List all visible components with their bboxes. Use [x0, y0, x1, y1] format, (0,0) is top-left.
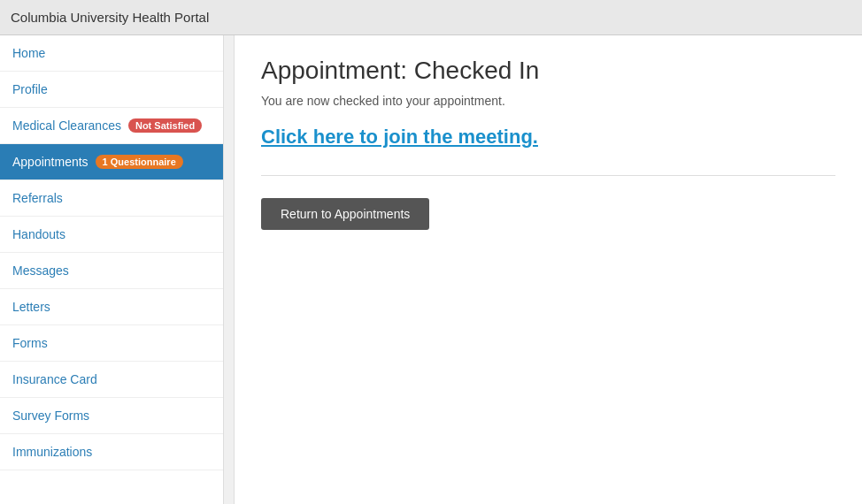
- sidebar-item-appointments[interactable]: Appointments1 Questionnaire: [0, 144, 234, 180]
- sidebar-badge-medical-clearances: Not Satisfied: [128, 118, 202, 133]
- sidebar-item-label: Letters: [12, 300, 50, 314]
- sidebar-item-profile[interactable]: Profile: [0, 72, 234, 108]
- sidebar-item-label: Forms: [12, 336, 48, 350]
- sidebar-item-insurance-card[interactable]: Insurance Card: [0, 362, 234, 398]
- sidebar-item-label: Immunizations: [12, 445, 92, 459]
- main-layout: HomeProfileMedical ClearancesNot Satisfi…: [0, 35, 862, 504]
- join-meeting-link[interactable]: Click here to join the meeting.: [261, 126, 835, 149]
- sidebar-item-referrals[interactable]: Referrals: [0, 180, 234, 217]
- sidebar-item-label: Home: [12, 46, 45, 60]
- scrollbar[interactable]: [223, 35, 234, 504]
- sidebar-item-letters[interactable]: Letters: [0, 289, 234, 325]
- sidebar-item-label: Handouts: [12, 227, 65, 241]
- sidebar-item-medical-clearances[interactable]: Medical ClearancesNot Satisfied: [0, 108, 234, 144]
- sidebar-item-label: Appointments: [12, 155, 89, 169]
- page-header: Columbia University Health Portal: [0, 0, 862, 35]
- sidebar-item-label: Insurance Card: [12, 372, 97, 386]
- return-to-appointments-button[interactable]: Return to Appointments: [261, 198, 429, 230]
- sidebar-badge-appointments: 1 Questionnaire: [96, 155, 183, 169]
- content-divider: [261, 175, 835, 176]
- sidebar-item-label: Messages: [12, 263, 69, 278]
- sidebar-item-immunizations[interactable]: Immunizations: [0, 434, 234, 470]
- main-content: Appointment: Checked In You are now chec…: [235, 35, 862, 504]
- header-title: Columbia University Health Portal: [11, 10, 209, 25]
- sidebar-item-handouts[interactable]: Handouts: [0, 217, 234, 253]
- sidebar: HomeProfileMedical ClearancesNot Satisfi…: [0, 35, 235, 504]
- sidebar-item-label: Medical Clearances: [12, 118, 121, 133]
- sidebar-item-messages[interactable]: Messages: [0, 253, 234, 289]
- sidebar-item-label: Referrals: [12, 191, 63, 205]
- sidebar-item-survey-forms[interactable]: Survey Forms: [0, 398, 234, 434]
- sidebar-item-label: Profile: [12, 82, 48, 96]
- sidebar-nav: HomeProfileMedical ClearancesNot Satisfi…: [0, 35, 234, 470]
- sidebar-item-home[interactable]: Home: [0, 35, 234, 72]
- checked-in-text: You are now checked into your appointmen…: [261, 94, 835, 108]
- sidebar-item-label: Survey Forms: [12, 409, 89, 423]
- appointment-title: Appointment: Checked In: [261, 57, 835, 85]
- sidebar-item-forms[interactable]: Forms: [0, 325, 234, 362]
